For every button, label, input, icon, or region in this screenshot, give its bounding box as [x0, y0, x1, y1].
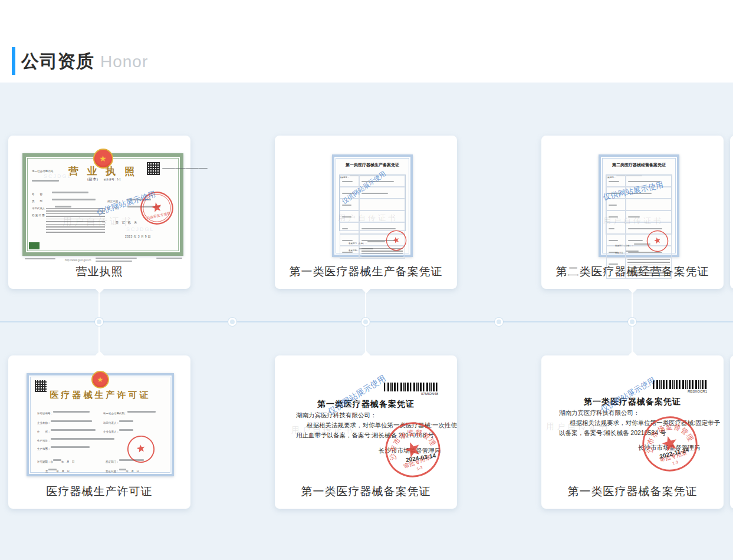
date-label: 备案日期： [615, 252, 626, 254]
certificate-image: 第一类医疗器械生产备案凭证 备案编号： 备案部门（公章）： 备案日期： [332, 154, 413, 257]
honor-carousel: ★ 统一社会信用代码 营 业 执 照 （副 本） 副本序号：1-1 名 称 类 … [0, 83, 733, 560]
field-scope: 经 营 范 围 [32, 214, 45, 217]
cert-title: 医疗器械生产许可证 [29, 390, 172, 401]
stamp-banner: 行政审批专用章 [146, 211, 171, 220]
card-tail [627, 351, 637, 361]
next-slide-peek [730, 355, 733, 509]
certificate-image: ★ 医疗器械生产许可证 许可证编号： 统一社会信用代码： 企业名称： 法定代表人… [27, 373, 174, 476]
credit-code-label: 统一社会信用代码： [103, 412, 127, 415]
issue-date-label: 发证日期： [106, 470, 119, 473]
cert-table [606, 174, 672, 235]
footer-url: http://www.gsxt.gov.cn [65, 259, 91, 262]
company-honor-page: 公司资质Honor ★ 统一社会信用代码 营 业 执 照 （副 本） 副本序号：… [0, 0, 733, 560]
green-code-block [29, 242, 40, 249]
registrar-label: 登 记 机 关 [116, 220, 138, 224]
scope-label: 生产范围： [37, 447, 51, 450]
cert-table [339, 174, 406, 231]
certificate-image: 第二类医疗器械经营备案凭证 备案编号： 备案部门（公章）： 备案日期： [599, 154, 679, 257]
title-en: Honor [100, 52, 148, 71]
card-label: 营业执照 [8, 264, 190, 279]
card-label: 第一类医疗器械备案凭证 [541, 484, 724, 499]
card-tail [361, 351, 371, 361]
permit-no-label: 许可证编号： [37, 412, 53, 415]
barcode-serial: 07MION48 [421, 392, 438, 396]
company-line: 湖南力宾医疗科技有限公司： [559, 409, 640, 417]
business-license-image: ★ 统一社会信用代码 营 业 执 照 （副 本） 副本序号：1-1 名 称 类 … [22, 153, 183, 256]
barcode [653, 380, 707, 389]
red-stamp [124, 433, 157, 466]
card-label: 第一类医疗器械生产备案凭证 [275, 264, 457, 279]
to-label: 至 [45, 470, 48, 473]
cert-card-class2-operation[interactable]: 第二类医疗器械经营备案凭证 备案编号： 备案部门（公章）： 备案日期： [541, 136, 724, 289]
cert-title: 第一类医疗器械备案凭证 [275, 399, 457, 410]
cert-card-class1-production[interactable]: 第一类医疗器械生产备案凭证 备案编号： 备案部门（公章）： 备案日期： [275, 136, 457, 289]
timeline-dot [228, 318, 236, 326]
company-line: 湖南力宾医疗科技有限公司： [296, 411, 377, 420]
cert-card-class1-filing-2022[interactable]: RBSXOCR1 第一类医疗器械备案凭证 湖南力宾医疗科技有限公司： 根据相关法… [541, 355, 724, 509]
next-slide-peek [730, 136, 733, 289]
card-tail [94, 284, 104, 294]
red-stamp: 行政审批专用章 [137, 188, 178, 229]
issue-date: 2023 年 3 月 9 日 [125, 235, 151, 238]
card-label: 第二类医疗器械经营备案凭证 [541, 264, 724, 279]
scope-text [46, 208, 105, 234]
card-label: 医疗器械生产许可证 [8, 484, 190, 499]
cert-title: 第一类医疗器械生产备案凭证 [334, 162, 410, 168]
blue-watermark: 仅供网站展示使用 [326, 373, 388, 417]
date-label: 备案日期： [349, 249, 359, 252]
cert-card-production-permit[interactable]: ★ 医疗器械生产许可证 许可证编号： 统一社会信用代码： 企业名称： 法定代表人… [8, 355, 190, 509]
cert-card-class1-filing-2024[interactable]: 07MION48 第一类医疗器械备案凭证 湖南力宾医疗科技有限公司： 根据相关法… [275, 355, 457, 509]
timeline-dot [95, 318, 103, 326]
cert-title: 第一类医疗器械备案凭证 [541, 397, 724, 407]
term-label: 许可期限：自 [37, 460, 53, 463]
stamp-number: 1-3 [672, 460, 679, 465]
timeline-dot [495, 318, 503, 326]
stamp-number: 1-3 [416, 465, 423, 471]
page-title: 公司资质Honor [21, 50, 148, 74]
qr-code [147, 162, 160, 175]
timeline-dot [628, 318, 636, 326]
cert-card-business-license[interactable]: ★ 统一社会信用代码 营 业 执 照 （副 本） 副本序号：1-1 名 称 类 … [8, 136, 190, 289]
bg-watermark: SCJDGL [126, 226, 155, 232]
card-tail [627, 284, 637, 294]
license-subtitle: （副 本） 副本序号：1-1 [26, 177, 180, 182]
card-tail [361, 284, 371, 294]
card-label: 第一类医疗器械备案凭证 [275, 484, 457, 499]
barcode [384, 383, 438, 391]
title-cn: 公司资质 [21, 51, 94, 71]
national-emblem-icon: ★ [91, 371, 109, 388]
accent-bar [12, 47, 15, 75]
section-header: 公司资质Honor [0, 0, 733, 83]
dept-label: 发证部门： [106, 460, 119, 463]
card-tail [94, 351, 104, 361]
field-address: 住 所 [107, 207, 118, 210]
cert-title: 第二类医疗器械经营备案凭证 [601, 162, 677, 168]
timeline-dot [361, 318, 370, 326]
barcode-serial: RBSXOCR1 [688, 390, 707, 393]
